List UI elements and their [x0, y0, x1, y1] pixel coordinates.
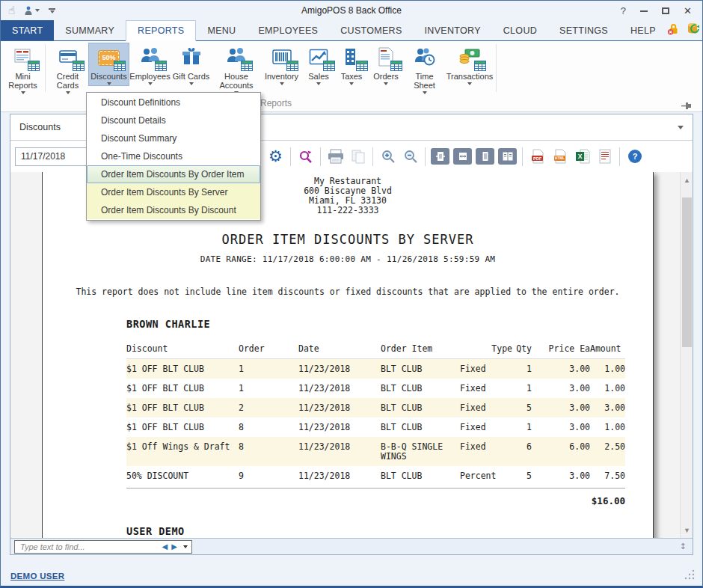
- chevron-down-icon: [66, 91, 70, 94]
- menu-item[interactable]: Discount Definitions: [87, 94, 260, 111]
- ribbon-separator: [496, 44, 497, 92]
- ribbon-tab[interactable]: CUSTOMERS: [329, 20, 413, 40]
- find-next-button[interactable]: ▶: [171, 543, 177, 551]
- ribbon-tab[interactable]: REPORTS: [126, 20, 196, 41]
- ribbon-button-taxes[interactable]: Taxes: [335, 43, 368, 86]
- chevron-down-icon: [148, 82, 153, 85]
- cell-date: 11/23/2018: [298, 364, 381, 374]
- chevron-down-icon: [107, 82, 111, 85]
- gift-cards-icon: [182, 47, 201, 68]
- ribbon-button-credit-cards[interactable]: Credit Cards: [47, 43, 88, 95]
- find-input[interactable]: [19, 542, 159, 552]
- export-pdf-button[interactable]: PDF: [527, 146, 548, 168]
- settings-gear-button[interactable]: ⚙: [265, 146, 286, 168]
- minimize-button[interactable]: [640, 10, 648, 12]
- print-button[interactable]: [325, 146, 346, 168]
- user-link[interactable]: DEMO USER: [10, 572, 64, 581]
- export-html-button[interactable]: HTML: [549, 146, 571, 168]
- menu-item[interactable]: Order Item Discounts By Discount: [87, 201, 260, 219]
- panel-title: Discounts: [19, 122, 61, 132]
- table-row: $1 OFF BLT CLUB 2 11/23/2018 BLT CLUB Fi…: [126, 398, 625, 417]
- ribbon-tab[interactable]: INVENTORY: [414, 20, 492, 40]
- export-html-icon: HTML: [553, 149, 568, 164]
- cell-discount: $1 Off Wings & Draft: [126, 442, 239, 452]
- help-titlebar-button[interactable]: ?: [621, 6, 626, 16]
- ribbon-button-discounts[interactable]: 50% Discounts: [88, 43, 129, 86]
- svg-text:?: ?: [632, 152, 637, 161]
- ribbon-button-gift-cards[interactable]: Gift Cards: [171, 43, 212, 86]
- preview-toolbar: ⚙: [265, 141, 645, 172]
- svg-text:X: X: [577, 153, 582, 160]
- menu-item[interactable]: Order Item Discounts By Order Item: [87, 165, 260, 183]
- single-page-button[interactable]: [474, 146, 496, 168]
- menu-item[interactable]: Discount Details: [87, 111, 260, 129]
- ribbon-button-sales[interactable]: Sales: [302, 43, 335, 86]
- scrollbar-thumb[interactable]: [682, 197, 692, 347]
- find-box: ◀ ▶: [14, 540, 192, 554]
- svg-text:PDF: PDF: [533, 156, 542, 161]
- section-total: $16.00: [590, 495, 625, 506]
- ribbon-tab[interactable]: CLOUD: [492, 20, 548, 40]
- chevron-down-icon: [678, 126, 684, 129]
- export-excel-button[interactable]: X: [571, 146, 593, 168]
- cell-amount: 1.00: [590, 364, 625, 374]
- scrollbar-down-button[interactable]: ▼: [681, 524, 693, 536]
- fit-width-button[interactable]: [452, 146, 473, 168]
- ribbon-button-house-accounts[interactable]: House Accounts: [212, 43, 261, 95]
- maximize-button[interactable]: [662, 7, 669, 14]
- cell-discount: $1 OFF BLT CLUB: [126, 423, 239, 432]
- cell-order-item: B-B-Q SINGLE WINGS: [381, 442, 460, 462]
- facing-pages-button[interactable]: [497, 146, 518, 168]
- print-report-button[interactable]: [594, 146, 615, 168]
- chevron-down-icon: [467, 82, 472, 85]
- section-rows: $1 OFF BLT CLUB 1 11/23/2018 BLT CLUB Fi…: [126, 359, 625, 486]
- column-header: Order: [239, 344, 298, 354]
- find-expand-icon[interactable]: ↕: [680, 542, 687, 551]
- find-preview-button[interactable]: [295, 146, 316, 168]
- ribbon-tab[interactable]: MENU: [196, 20, 247, 40]
- ribbon-button-employees[interactable]: Employees: [129, 43, 171, 86]
- db-sync-icon[interactable]: [687, 22, 701, 39]
- menu-item[interactable]: Order Item Discounts By Server: [87, 183, 260, 201]
- cell-order: 1: [239, 364, 298, 374]
- ribbon-button-inventory[interactable]: Inventory: [261, 43, 302, 86]
- fit-page-button[interactable]: [429, 146, 451, 168]
- scrollbar-up-button[interactable]: ▲: [681, 174, 693, 186]
- quick-access-toolbar-icon[interactable]: [49, 8, 55, 13]
- vertical-scrollbar[interactable]: ▲ ▼: [680, 172, 693, 538]
- cell-price-ea: 6.00: [532, 442, 590, 452]
- report-note: This report does not include line item d…: [43, 287, 653, 297]
- column-header-row: DiscountOrderDateOrder ItemTypeQtyPrice …: [126, 339, 625, 359]
- ribbon-tab[interactable]: SUMMARY: [54, 20, 126, 40]
- find-options-button[interactable]: [183, 545, 188, 548]
- ribbon-tab[interactable]: SETTINGS: [548, 20, 619, 40]
- zoom-out-button[interactable]: [399, 146, 421, 168]
- ribbon-button-mini-reports[interactable]: Mini Reports: [2, 43, 43, 95]
- zoom-in-button[interactable]: [377, 146, 399, 168]
- chevron-down-icon: [280, 82, 284, 85]
- ribbon-button-transactions[interactable]: Transactions: [445, 43, 494, 86]
- find-prev-button[interactable]: ◀: [162, 543, 168, 551]
- user-pin-icon[interactable]: [24, 6, 40, 16]
- help-button[interactable]: ?: [624, 146, 645, 168]
- export-pdf-icon: PDF: [530, 149, 545, 164]
- lock-icon[interactable]: [667, 22, 680, 38]
- ribbon-button-time-sheet[interactable]: Time Sheet: [404, 43, 445, 95]
- close-button[interactable]: ✕: [684, 6, 692, 16]
- settings-gear-icon: ⚙: [268, 149, 283, 165]
- resize-grip-icon[interactable]: [684, 569, 695, 583]
- discounts-dropdown-menu: Discount Definitions Discount Details Di…: [86, 92, 261, 221]
- grid-overlay-icon: [286, 61, 298, 73]
- menu-item[interactable]: Discount Summary: [87, 129, 260, 147]
- ribbon-tab[interactable]: EMPLOYEES: [247, 20, 329, 40]
- chevron-down-icon: [384, 82, 388, 85]
- ribbon-tab[interactable]: START: [1, 20, 54, 40]
- status-bar: DEMO USER: [1, 566, 702, 586]
- ribbon-button-orders[interactable]: Orders: [368, 43, 404, 86]
- menu-item[interactable]: One-Time Discounts: [87, 147, 260, 165]
- pin-icon[interactable]: [681, 99, 693, 113]
- ribbon-tab[interactable]: HELP: [619, 20, 667, 40]
- export-excel-icon: X: [575, 149, 590, 164]
- chevron-down-icon: [50, 10, 55, 13]
- cell-discount: $1 OFF BLT CLUB: [126, 403, 239, 413]
